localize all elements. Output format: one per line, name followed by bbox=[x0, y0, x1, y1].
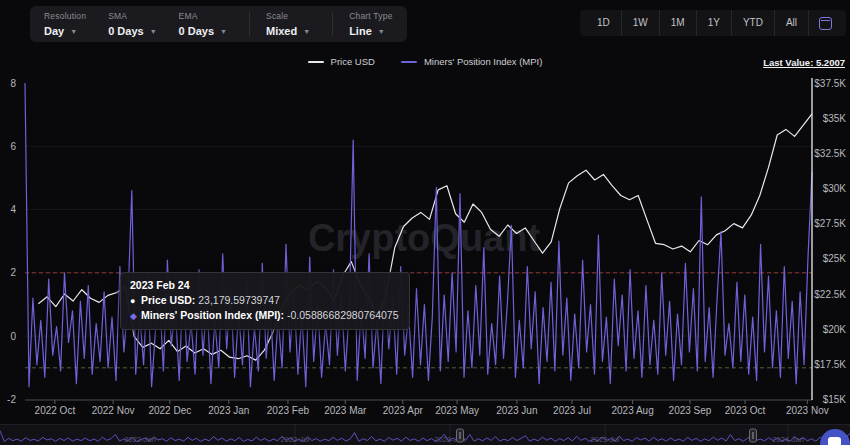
chart-tooltip: 2023 Feb 24 ●Price USD: 23,179.59739747◆… bbox=[120, 272, 410, 330]
x-tick-label: 2023 Oct bbox=[725, 405, 766, 416]
chart-navigator[interactable]: 2022-Jan2022-Jul2023-Jan2023-Jul2024-Jan bbox=[0, 424, 850, 445]
series-marker-icon: ◆ bbox=[130, 309, 141, 323]
y-left-label: 0 bbox=[10, 331, 16, 342]
x-tick-label: 2023 Jan bbox=[208, 405, 249, 416]
x-tick-label: 2022 Nov bbox=[92, 405, 135, 416]
navigator-date-label: 2024-Jan bbox=[772, 435, 803, 444]
x-tick-label: 2023 Nov bbox=[786, 405, 829, 416]
tooltip-series-label: Price USD: bbox=[141, 294, 195, 306]
tooltip-series-value: -0.05886682980764075 bbox=[284, 309, 398, 321]
y-left-label: -2 bbox=[7, 394, 16, 405]
watermark: CryptoQuant bbox=[308, 217, 541, 259]
tooltip-row: ●Price USD: 23,179.59739747 bbox=[130, 293, 399, 308]
y-left-label: 6 bbox=[10, 141, 16, 152]
series-marker-icon: ● bbox=[130, 294, 141, 308]
main-chart[interactable]: CryptoQuant2022 Oct2022 Nov2022 Dec2023 … bbox=[0, 0, 850, 424]
y-right-label: $22.5K bbox=[814, 289, 846, 300]
y-right-label: $27.5K bbox=[814, 218, 846, 229]
x-tick-label: 2023 Jun bbox=[496, 405, 537, 416]
x-tick-label: 2023 Feb bbox=[267, 405, 310, 416]
x-tick-label: 2023 Aug bbox=[611, 405, 653, 416]
navigator-handle[interactable] bbox=[457, 429, 464, 442]
y-left-label: 4 bbox=[10, 204, 16, 215]
x-tick-label: 2023 Mar bbox=[324, 405, 367, 416]
y-right-label: $32.5K bbox=[814, 148, 846, 159]
y-right-label: $20K bbox=[823, 324, 847, 335]
y-right-label: $30K bbox=[823, 183, 847, 194]
x-tick-label: 2022 Oct bbox=[35, 405, 76, 416]
x-tick-label: 2023 May bbox=[435, 405, 479, 416]
x-tick-label: 2023 Apr bbox=[383, 405, 424, 416]
x-tick-label: 2022 Dec bbox=[148, 405, 191, 416]
tooltip-series-value: 23,179.59739747 bbox=[195, 294, 280, 306]
y-right-label: $15K bbox=[823, 394, 847, 405]
tooltip-date: 2023 Feb 24 bbox=[130, 278, 399, 292]
y-left-label: 8 bbox=[10, 78, 16, 89]
tooltip-series-label: Miners' Position Index (MPI): bbox=[141, 309, 284, 321]
y-left-label: 2 bbox=[10, 267, 16, 278]
x-tick-label: 2023 Sep bbox=[669, 405, 712, 416]
x-tick-label: 2023 Jul bbox=[553, 405, 591, 416]
chat-icon bbox=[828, 437, 841, 445]
y-right-label: $35K bbox=[823, 113, 847, 124]
tooltip-row: ◆Miners' Position Index (MPI): -0.058866… bbox=[130, 308, 399, 323]
navigator-handle[interactable] bbox=[750, 429, 757, 442]
y-right-label: $17.5K bbox=[814, 359, 846, 370]
y-right-label: $37.5K bbox=[814, 78, 846, 89]
y-right-label: $25K bbox=[823, 253, 847, 264]
